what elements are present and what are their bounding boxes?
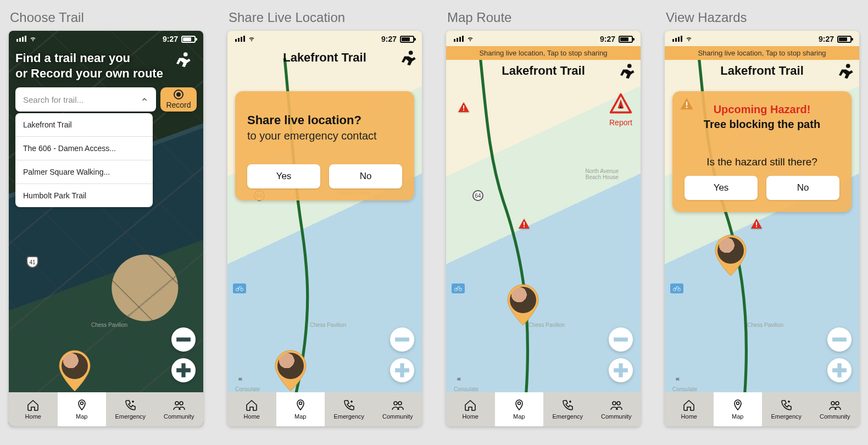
- trail-dropdown: Lakefront Trail The 606 - Damen Access..…: [15, 113, 153, 207]
- phone-choose-trail: 41 Chess Pavilion 9:27 Find a trail near…: [9, 31, 203, 426]
- tab-map[interactable]: Map: [58, 392, 107, 426]
- trail-title: Lakefront Trail: [502, 64, 585, 78]
- hazard-alert-title: Upcoming Hazard!: [685, 103, 839, 116]
- tab-map[interactable]: Map: [714, 392, 763, 426]
- clock: 9:27: [163, 35, 178, 43]
- share-location-dialog: Share live location? to your emergency c…: [235, 91, 414, 201]
- hazard-marker[interactable]: [750, 218, 763, 233]
- tab-emergency[interactable]: Emergency: [543, 392, 592, 426]
- screen-title: Share Live Location: [229, 10, 422, 25]
- route-shield-41: 41: [26, 256, 38, 268]
- bike-icon: [233, 283, 246, 293]
- tab-bar: Home Map Emergency Community: [227, 392, 422, 426]
- clock: 9:27: [819, 35, 834, 43]
- bike-icon: [452, 283, 465, 293]
- tab-home[interactable]: Home: [9, 392, 58, 426]
- trail-option[interactable]: Lakefront Trail: [15, 113, 153, 136]
- dialog-subtitle: to your emergency contact: [247, 130, 402, 142]
- yes-button[interactable]: Yes: [247, 164, 320, 188]
- phone-view-hazards: Chess Pavilion Consulate 9:27 Sharing li…: [665, 31, 859, 426]
- user-location-pin[interactable]: [57, 349, 92, 393]
- yes-button[interactable]: Yes: [685, 176, 758, 200]
- phone-share-location: Chess Pavilion Beach House 64 Consulate …: [227, 31, 422, 426]
- no-button[interactable]: No: [329, 164, 402, 188]
- zoom-out-button[interactable]: [390, 327, 414, 352]
- flag-icon: [675, 377, 682, 387]
- avatar: [277, 353, 304, 379]
- flag-icon: [237, 377, 245, 387]
- tab-map[interactable]: Map: [495, 392, 544, 426]
- tab-home[interactable]: Home: [665, 392, 714, 426]
- zoom-in-button[interactable]: [171, 358, 196, 382]
- hazard-question: Is the hazard still there?: [685, 156, 839, 168]
- status-bar: 9:27: [665, 31, 859, 47]
- screen-title: Choose Trail: [10, 10, 203, 25]
- hazard-dialog: Upcoming Hazard! Tree blocking the path …: [672, 91, 852, 212]
- status-bar: 9:27: [9, 31, 203, 47]
- report-hazard-button[interactable]: Report: [609, 92, 633, 127]
- tab-emergency[interactable]: Emergency: [106, 392, 155, 426]
- battery-icon: [619, 36, 633, 43]
- screen-title: Map Route: [447, 10, 641, 25]
- tab-community[interactable]: Community: [374, 392, 422, 426]
- hazard-marker[interactable]: [518, 218, 531, 233]
- search-input[interactable]: Search for trail...: [15, 87, 156, 112]
- avatar: [717, 237, 744, 264]
- map-label-chess: Chess Pavilion: [747, 322, 783, 328]
- zoom-in-button[interactable]: [390, 358, 414, 382]
- user-location-pin[interactable]: [713, 234, 748, 278]
- warning-icon: [679, 97, 694, 114]
- sharing-banner[interactable]: Sharing live location, Tap to stop shari…: [446, 46, 641, 60]
- svg-rect-11: [686, 102, 687, 105]
- user-location-pin[interactable]: [505, 283, 541, 327]
- svg-rect-12: [686, 107, 687, 108]
- zoom-in-button[interactable]: [827, 358, 852, 382]
- battery-icon: [400, 36, 414, 43]
- sharing-banner[interactable]: Sharing live location, Tap to stop shari…: [665, 46, 859, 60]
- zoom-out-button[interactable]: [827, 327, 852, 352]
- battery-icon: [837, 36, 852, 43]
- tab-emergency[interactable]: Emergency: [762, 392, 811, 426]
- tab-emergency[interactable]: Emergency: [325, 392, 374, 426]
- map-label-chess: Chess Pavilion: [91, 322, 127, 328]
- record-icon: [174, 90, 183, 99]
- trail-title: Lakefront Trail: [283, 51, 366, 65]
- tab-map[interactable]: Map: [276, 392, 325, 426]
- signal-icon: [16, 35, 37, 43]
- map-label-consulate: Consulate: [672, 386, 697, 392]
- page-heading: Find a trail near you or Record your own…: [15, 51, 197, 81]
- avatar: [510, 287, 536, 313]
- tab-community[interactable]: Community: [155, 392, 204, 426]
- tab-bar: Home Map Emergency Community: [446, 392, 641, 426]
- tab-bar: Home Map Emergency Community: [9, 392, 203, 426]
- zoom-out-button[interactable]: [609, 327, 633, 352]
- zoom-in-button[interactable]: [609, 358, 633, 382]
- trail-option[interactable]: Palmer Square Walking...: [15, 160, 153, 183]
- bike-icon: [670, 283, 683, 293]
- avatar: [62, 353, 88, 379]
- tab-home[interactable]: Home: [227, 392, 276, 426]
- record-button[interactable]: Record: [160, 87, 197, 112]
- user-location-pin[interactable]: [273, 349, 308, 393]
- clock: 9:27: [381, 35, 397, 43]
- chevron-up-icon: [141, 96, 148, 103]
- dialog-title: Share live location?: [247, 113, 402, 127]
- map-label-consulate: Consulate: [454, 386, 478, 392]
- hazard-detail: Tree blocking the path: [685, 118, 839, 131]
- tab-home[interactable]: Home: [446, 392, 495, 426]
- trail-option[interactable]: The 606 - Damen Access...: [15, 136, 153, 160]
- clock: 9:27: [600, 35, 615, 43]
- no-button[interactable]: No: [766, 176, 839, 200]
- zoom-out-button[interactable]: [171, 327, 196, 352]
- flag-icon: [456, 377, 464, 387]
- tab-community[interactable]: Community: [811, 392, 860, 426]
- map-label-north: North AvenueBeach House: [586, 168, 619, 180]
- route-shield-64: 64: [472, 190, 483, 201]
- signal-icon: [235, 35, 256, 43]
- phone-map-route: Chess Pavilion North AvenueBeach House 6…: [446, 31, 641, 426]
- trail-option[interactable]: Humbolt Park Trail: [15, 183, 153, 207]
- screen-title: View Hazards: [666, 10, 859, 25]
- battery-icon: [181, 36, 196, 43]
- tab-community[interactable]: Community: [592, 392, 641, 426]
- hazard-marker[interactable]: [457, 101, 470, 116]
